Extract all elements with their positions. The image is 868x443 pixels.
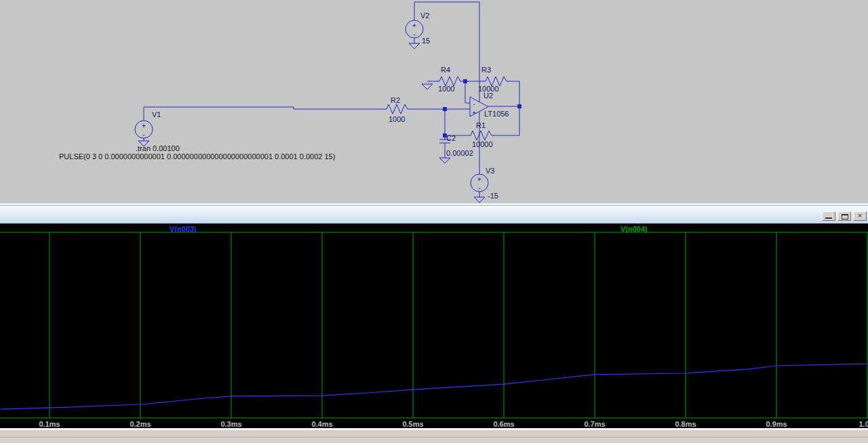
ground-symbols <box>138 43 485 203</box>
component-v1[interactable]: + - V1 <box>135 110 161 138</box>
u2-name: U2 <box>484 91 493 100</box>
r4-value: 1000 <box>438 85 454 93</box>
x-tick-label: 0.2ms <box>127 420 154 428</box>
r2-value: 1000 <box>389 115 405 123</box>
component-r1[interactable]: R1 10000 <box>468 121 495 148</box>
component-v2[interactable]: + - V2 15 <box>406 12 430 45</box>
plot-border <box>0 232 868 418</box>
x-tick-label: 0.3ms <box>218 420 245 428</box>
v2-minus-mark: - <box>414 31 416 38</box>
x-tick-label: 0.5ms <box>399 420 427 428</box>
status-bar <box>0 428 868 443</box>
schematic-drawing: + - V2 15 + - V1 + - V3 -15 R4 1000 <box>0 0 868 203</box>
opamp-noninverting-pin-mark: + <box>473 110 476 116</box>
v3-minus-mark: - <box>479 185 481 192</box>
r1-name: R1 <box>476 121 486 129</box>
v3-name: V3 <box>486 167 494 175</box>
status-bar-seam <box>0 437 868 438</box>
x-tick-label: 1.0m <box>854 420 868 428</box>
minimize-icon <box>825 217 832 219</box>
x-tick-label: 0.4ms <box>309 420 336 428</box>
r4-name: R4 <box>441 66 450 74</box>
waveform-titlebar[interactable] <box>0 206 868 224</box>
trace-ramp <box>1 364 867 409</box>
v2-name: V2 <box>420 12 429 20</box>
tran-directive[interactable]: .tran 0.00100 <box>136 144 180 152</box>
u2-type: LT1056 <box>484 110 509 118</box>
r3-name: R3 <box>481 66 491 74</box>
v2-plus-mark: + <box>412 22 416 29</box>
x-tick-label: 0.7ms <box>581 420 608 428</box>
schematic-canvas[interactable]: + - V2 15 + - V1 + - V3 -15 R4 1000 <box>0 0 868 203</box>
component-r2[interactable]: R2 1000 <box>384 96 411 123</box>
pulse-directive[interactable]: PULSE(0 3 0 0.0000000000001 0.0000000000… <box>59 152 335 161</box>
waveform-pane[interactable]: V(n003)V(n004) 0.1ms0.2ms0.3ms0.4ms0.5ms… <box>0 224 868 428</box>
waveform-plot <box>0 224 868 428</box>
v1-name: V1 <box>152 110 161 119</box>
minimize-button[interactable] <box>822 211 835 221</box>
opamp-inverting-pin-mark: - <box>473 101 475 107</box>
component-r4[interactable]: R4 1000 <box>437 66 464 93</box>
component-u2-opamp[interactable]: - + U2 LT1056 <box>470 91 509 118</box>
r2-name: R2 <box>391 96 400 104</box>
x-tick-label: 0.1ms <box>36 420 63 428</box>
v3-plus-mark: + <box>477 176 481 183</box>
close-icon: × <box>858 211 862 219</box>
x-tick-label: 0.9ms <box>763 420 790 428</box>
restore-icon <box>842 214 848 219</box>
v1-minus-mark: - <box>143 131 145 138</box>
component-c2[interactable]: C2 0.00002 <box>439 134 473 157</box>
wires <box>144 2 519 197</box>
trace-square-wave <box>50 232 867 418</box>
c2-name: C2 <box>446 134 456 142</box>
trace-label-v(n003)[interactable]: V(n003) <box>170 225 197 233</box>
x-tick-label: 0.8ms <box>672 420 699 428</box>
v3-value: -15 <box>488 192 498 200</box>
trace-label-v(n004)[interactable]: V(n004) <box>620 225 648 233</box>
restore-button[interactable] <box>837 211 851 221</box>
close-button[interactable]: × <box>853 211 867 221</box>
r1-value: 10000 <box>472 140 493 148</box>
c2-value: 0.00002 <box>446 149 473 157</box>
component-v3[interactable]: + - V3 -15 <box>471 167 498 200</box>
x-tick-label: 0.6ms <box>490 420 517 428</box>
window-controls: × <box>822 211 867 221</box>
v2-value: 15 <box>422 37 430 45</box>
component-r3[interactable]: R3 10000 <box>478 66 510 93</box>
v1-plus-mark: + <box>142 123 145 129</box>
